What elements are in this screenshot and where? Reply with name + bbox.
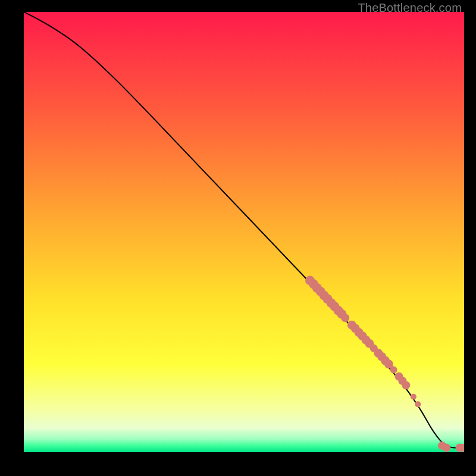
data-point [390, 367, 397, 374]
data-point [415, 401, 421, 407]
gradient-background [24, 12, 464, 452]
data-point [442, 444, 450, 452]
chart-container: TheBottleneck.com [0, 0, 476, 476]
data-point [411, 394, 416, 400]
data-point [341, 314, 349, 322]
data-point [402, 381, 410, 390]
plot-area [24, 12, 464, 452]
plot-svg [24, 12, 464, 452]
